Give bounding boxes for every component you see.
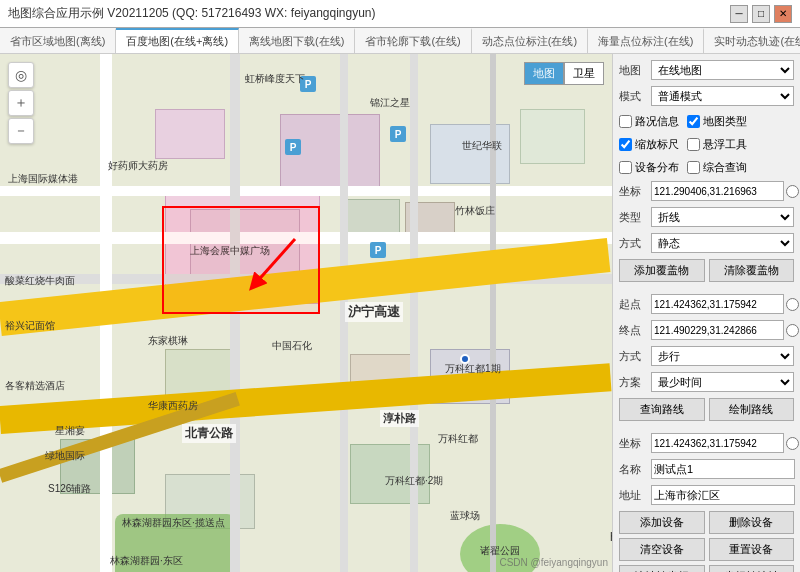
tab-download-map[interactable]: 离线地图下载(在线) <box>239 28 355 53</box>
add-device-button[interactable]: 添加设备 <box>619 511 705 534</box>
building-2 <box>155 109 225 159</box>
building-10 <box>350 444 430 504</box>
checkbox-row-3: 设备分布 综合查询 <box>619 160 794 175</box>
route-algo-select[interactable]: 最少时间 <box>651 372 794 392</box>
name-row: 名称 <box>619 459 794 479</box>
checkbox-query-input[interactable] <box>687 161 700 174</box>
watermark: CSDN @feiyangqingyun <box>499 557 608 568</box>
map-button[interactable]: 地图 <box>524 62 564 85</box>
checkbox-query: 综合查询 <box>687 160 747 175</box>
route-btn-row: 查询路线 绘制路线 <box>619 398 794 421</box>
building-3 <box>430 124 510 184</box>
end-radio[interactable] <box>786 324 799 337</box>
clear-device-button[interactable]: 清空设备 <box>619 538 705 561</box>
checkbox-road-label: 路况信息 <box>635 114 679 129</box>
type-select[interactable]: 折线 <box>651 207 794 227</box>
checkbox-scale-label: 缩放标尺 <box>635 137 679 152</box>
tab-dynamic-marker[interactable]: 动态点位标注(在线) <box>472 28 588 53</box>
coord-radio[interactable] <box>786 185 799 198</box>
type-row: 类型 折线 <box>619 207 794 227</box>
end-row: 终点 <box>619 320 794 340</box>
window-title: 地图综合应用示例 V20211205 (QQ: 517216493 WX: fe… <box>8 5 376 22</box>
checkbox-scale: 缩放标尺 <box>619 137 679 152</box>
route-method-label: 方式 <box>619 349 647 364</box>
checkbox-device-input[interactable] <box>619 161 632 174</box>
delete-device-button[interactable]: 删除设备 <box>709 511 795 534</box>
map-label: 地图 <box>619 63 647 78</box>
tab-mass-marker[interactable]: 海量点位标注(在线) <box>588 28 704 53</box>
zoom-in-button[interactable]: ＋ <box>8 90 34 116</box>
checkbox-scale-input[interactable] <box>619 138 632 151</box>
parking-marker-2: P <box>390 126 406 142</box>
device-btn-row-2: 清空设备 重置设备 <box>619 538 794 561</box>
end-input[interactable] <box>651 320 784 340</box>
trans-btn-row: 地址转坐标 坐标转地址 <box>619 565 794 572</box>
checkbox-maptype: 地图类型 <box>687 114 747 129</box>
tab-baidu-map[interactable]: 百度地图(在线+离线) <box>116 28 239 53</box>
parking-marker-4: P <box>370 242 386 258</box>
checkbox-maptype-input[interactable] <box>687 115 700 128</box>
coord-input[interactable] <box>651 181 784 201</box>
compass-button[interactable]: ◎ <box>8 62 34 88</box>
map-area[interactable]: P P P P 虹桥峰度天下 锦江之星 世纪华联 好药师大药房 上海国际媒体港 … <box>0 54 612 572</box>
start-radio[interactable] <box>786 298 799 311</box>
address-input[interactable] <box>651 485 795 505</box>
address-row: 地址 <box>619 485 794 505</box>
tab-offline-map[interactable]: 省市区域地图(离线) <box>0 28 116 53</box>
start-input[interactable] <box>651 294 784 314</box>
name-input[interactable] <box>651 459 795 479</box>
road-v5 <box>490 54 496 572</box>
map-select[interactable]: 在线地图 <box>651 60 794 80</box>
park-area-2 <box>115 514 235 572</box>
coord-trans-button[interactable]: 地址转坐标 <box>619 565 705 572</box>
add-cover-button[interactable]: 添加覆盖物 <box>619 259 705 282</box>
map-type-buttons: 地图 卫星 <box>524 62 604 85</box>
draw-route-button[interactable]: 绘制路线 <box>709 398 795 421</box>
parking-marker-3: P <box>285 139 301 155</box>
start-label: 起点 <box>619 297 647 312</box>
route-algo-label: 方案 <box>619 375 647 390</box>
road-label-beiqing: 北青公路 <box>182 424 236 443</box>
clear-cover-button[interactable]: 清除覆盖物 <box>709 259 795 282</box>
parking-marker-1: P <box>300 76 316 92</box>
reset-device-button[interactable]: 重置设备 <box>709 538 795 561</box>
start-row: 起点 <box>619 294 794 314</box>
method-label: 方式 <box>619 236 647 251</box>
main-area: P P P P 虹桥峰度天下 锦江之星 世纪华联 好药师大药房 上海国际媒体港 … <box>0 54 800 572</box>
marker-coord-row: 坐标 <box>619 433 794 453</box>
road-v4 <box>410 54 418 572</box>
satellite-button[interactable]: 卫星 <box>564 62 604 85</box>
close-button[interactable]: ✕ <box>774 5 792 23</box>
checkbox-device: 设备分布 <box>619 160 679 175</box>
coord-label: 坐标 <box>619 184 647 199</box>
route-method-row: 方式 步行 <box>619 346 794 366</box>
route-algo-row: 方案 最少时间 <box>619 372 794 392</box>
maximize-button[interactable]: □ <box>752 5 770 23</box>
red-arrow <box>225 229 305 309</box>
marker-coord-label: 坐标 <box>619 436 647 451</box>
map-controls: ◎ ＋ － <box>8 62 34 144</box>
mode-select[interactable]: 普通模式 <box>651 86 794 106</box>
building-4 <box>520 109 585 164</box>
addr-trans-button[interactable]: 坐标转地址 <box>709 565 795 572</box>
checkbox-float-input[interactable] <box>687 138 700 151</box>
route-method-select[interactable]: 步行 <box>651 346 794 366</box>
method-select[interactable]: 静态 <box>651 233 794 253</box>
checkbox-road-input[interactable] <box>619 115 632 128</box>
checkbox-query-label: 综合查询 <box>703 160 747 175</box>
marker-coord-input[interactable] <box>651 433 784 453</box>
tab-province-download[interactable]: 省市轮廓下载(在线) <box>355 28 471 53</box>
checkbox-float-label: 悬浮工具 <box>703 137 747 152</box>
name-label: 名称 <box>619 462 647 477</box>
zoom-out-button[interactable]: － <box>8 118 34 144</box>
map-row: 地图 在线地图 <box>619 60 794 80</box>
window-controls: ─ □ ✕ <box>730 5 792 23</box>
marker-coord-radio[interactable] <box>786 437 799 450</box>
coord-input-area <box>651 181 799 201</box>
svg-line-1 <box>255 239 295 284</box>
tab-realtime-track[interactable]: 实时动态轨迹(在线) <box>704 28 800 53</box>
method-row: 方式 静态 <box>619 233 794 253</box>
end-label: 终点 <box>619 323 647 338</box>
minimize-button[interactable]: ─ <box>730 5 748 23</box>
query-route-button[interactable]: 查询路线 <box>619 398 705 421</box>
